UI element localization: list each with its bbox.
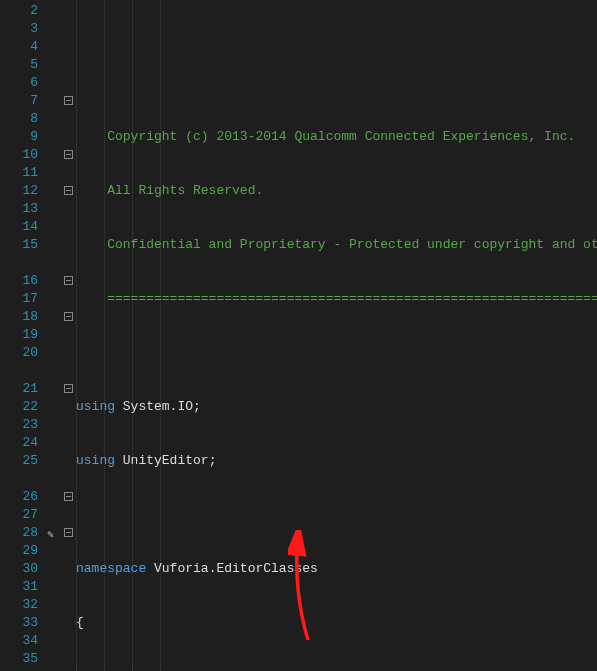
line-number: 21 <box>0 380 38 398</box>
code-line: namespace Vuforia.EditorClasses <box>76 560 597 578</box>
fold-toggle-icon[interactable] <box>64 528 73 537</box>
fold-toggle-icon[interactable] <box>64 276 73 285</box>
line-number: 12 <box>0 182 38 200</box>
line-number: 26 <box>0 488 38 506</box>
code-area[interactable]: Copyright (c) 2013-2014 Qualcomm Connect… <box>76 0 597 671</box>
line-number: 13 <box>0 200 38 218</box>
line-number: 27 <box>0 506 38 524</box>
line-number: 32 <box>0 596 38 614</box>
line-number: 15 <box>0 236 38 254</box>
line-number: 14 <box>0 218 38 236</box>
code-editor[interactable]: 2345678910111213141516171819202122232425… <box>0 0 597 671</box>
line-number: 30 <box>0 560 38 578</box>
line-number: 35 <box>0 650 38 668</box>
code-line: Copyright (c) 2013-2014 Qualcomm Connect… <box>76 128 597 146</box>
fold-toggle-icon[interactable] <box>64 312 73 321</box>
code-line: { <box>76 614 597 632</box>
line-number <box>0 362 38 380</box>
line-number: 17 <box>0 290 38 308</box>
code-line: using System.IO; <box>76 398 597 416</box>
line-number: 28 <box>0 524 38 542</box>
line-number: 7 <box>0 92 38 110</box>
line-number-gutter: 2345678910111213141516171819202122232425… <box>0 0 46 671</box>
code-line: ========================================… <box>76 290 597 308</box>
line-number: 18 <box>0 308 38 326</box>
line-number: 9 <box>0 128 38 146</box>
line-number: 23 <box>0 416 38 434</box>
line-number: 20 <box>0 344 38 362</box>
line-number: 22 <box>0 398 38 416</box>
line-number: 33 <box>0 614 38 632</box>
line-number: 3 <box>0 20 38 38</box>
glyph-margin: ✎ <box>46 0 62 671</box>
line-number: 34 <box>0 632 38 650</box>
edit-glyph-icon: ✎ <box>47 526 59 538</box>
line-number: 8 <box>0 110 38 128</box>
line-number: 6 <box>0 74 38 92</box>
line-number: 16 <box>0 272 38 290</box>
folding-margin[interactable] <box>62 0 76 671</box>
fold-toggle-icon[interactable] <box>64 384 73 393</box>
code-line: All Rights Reserved. <box>76 182 597 200</box>
line-number: 19 <box>0 326 38 344</box>
fold-toggle-icon[interactable] <box>64 150 73 159</box>
line-number: 4 <box>0 38 38 56</box>
fold-toggle-icon[interactable] <box>64 492 73 501</box>
fold-toggle-icon[interactable] <box>64 96 73 105</box>
line-number: 25 <box>0 452 38 470</box>
line-number <box>0 254 38 272</box>
line-number: 31 <box>0 578 38 596</box>
line-number: 2 <box>0 2 38 20</box>
code-line: Confidential and Proprietary - Protected… <box>76 236 597 254</box>
fold-toggle-icon[interactable] <box>64 186 73 195</box>
line-number <box>0 470 38 488</box>
line-number: 11 <box>0 164 38 182</box>
code-line <box>76 344 597 362</box>
line-number: 29 <box>0 542 38 560</box>
code-line: using UnityEditor; <box>76 452 597 470</box>
line-number: 5 <box>0 56 38 74</box>
code-line <box>76 506 597 524</box>
line-number: 24 <box>0 434 38 452</box>
line-number: 10 <box>0 146 38 164</box>
